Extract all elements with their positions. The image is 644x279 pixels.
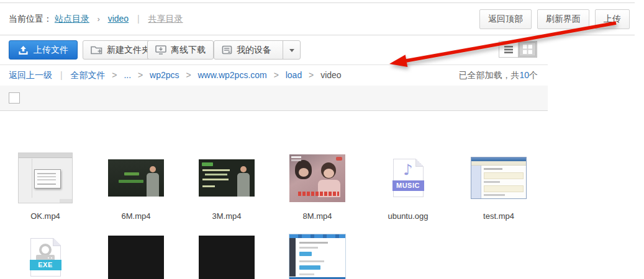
video-thumbnail[interactable] [471, 157, 527, 199]
list-view-icon [504, 46, 513, 53]
file-thumbnail-area: ♪MUSIC [363, 150, 453, 206]
current-folder-link[interactable]: video [108, 14, 129, 24]
upload-file-button[interactable]: 上传文件 [9, 40, 78, 60]
music-note-icon: ♪ [394, 161, 423, 179]
breadcrumb-wp2pcs-link[interactable]: wp2pcs [150, 70, 179, 80]
file-thumbnail-area [91, 150, 181, 206]
file-item[interactable]: test.mp4 [453, 150, 544, 221]
select-all-bar [0, 86, 548, 111]
toolbar: 上传文件 新建文件夹 离线下载 我的设备 [0, 35, 548, 65]
file-item[interactable]: test.wmv [272, 229, 363, 279]
location-divider: | [137, 14, 140, 24]
file-thumbnail-area [453, 150, 544, 206]
upload-icon [18, 45, 29, 55]
load-status: 已全部加载，共10个 [458, 65, 538, 86]
location-header: 当前位置： 站点目录 › video | 共享目录 返回顶部 刷新界面 上传 [0, 2, 635, 35]
file-name: 3M.mp4 [212, 211, 242, 221]
file-name: 6M.mp4 [122, 211, 151, 221]
offline-download-label: 离线下载 [171, 45, 206, 56]
breadcrumb-divider: | [60, 70, 63, 80]
load-status-prefix: 已全部加载，共 [458, 70, 519, 80]
upload-file-label: 上传文件 [34, 45, 68, 56]
file-item[interactable]: intro.avi [91, 229, 181, 279]
current-location: 当前位置： 站点目录 › video | 共享目录 [9, 14, 183, 25]
my-devices-icon [222, 45, 232, 55]
back-to-top-button[interactable]: 返回顶部 [479, 9, 532, 29]
video-thumbnail[interactable] [199, 236, 255, 279]
file-grid-row-2: EXE wp2pcs-intro.exe intro.avi ok.avi te… [0, 229, 548, 279]
site-directory-link[interactable]: 站点目录 [55, 14, 89, 24]
offline-download-icon [155, 45, 166, 55]
file-count: 10 [519, 70, 529, 80]
chevron-down-icon [289, 49, 294, 55]
breadcrumb-separator: > [138, 70, 143, 80]
breadcrumb-separator: > [309, 70, 314, 80]
breadcrumb-separator: > [274, 70, 279, 80]
shared-directory-link[interactable]: 共享目录 [148, 14, 183, 24]
video-thumbnail[interactable] [289, 234, 346, 279]
location-label: 当前位置： [9, 14, 52, 24]
file-thumbnail-area [181, 229, 272, 279]
view-toggle [499, 41, 537, 58]
file-thumbnail-area [272, 150, 363, 206]
load-status-suffix: 个 [529, 70, 538, 80]
breadcrumb-load-link[interactable]: load [286, 70, 302, 80]
file-item[interactable]: EXE wp2pcs-intro.exe [0, 229, 91, 279]
file-name: ubuntu.ogg [388, 211, 428, 221]
file-thumbnail-area: EXE [0, 229, 91, 279]
file-grid-row-1: OK.mp4 6M.mp4 3M.mp4 8M.mp4 ♪MUSIC ubunt… [0, 150, 548, 221]
video-thumbnail[interactable] [199, 159, 255, 197]
offline-download-button[interactable]: 离线下载 [147, 40, 214, 60]
location-separator: › [98, 15, 100, 24]
file-name: test.mp4 [483, 211, 514, 221]
breadcrumb-ellipsis-link[interactable]: ... [124, 70, 131, 80]
breadcrumb: 返回上一级 | 全部文件 > ... > wp2pcs > www.wp2pcs… [0, 65, 548, 86]
header-buttons: 返回顶部 刷新界面 上传 [479, 9, 630, 29]
file-thumbnail-area [272, 229, 363, 279]
breadcrumb-separator: > [112, 70, 117, 80]
my-devices-button[interactable]: 我的设备 [214, 40, 301, 60]
file-item[interactable]: 3M.mp4 [181, 150, 272, 221]
file-manager-panel: 上传文件 新建文件夹 离线下载 我的设备 [0, 35, 548, 111]
all-files-link[interactable]: 全部文件 [70, 70, 105, 80]
list-view-button[interactable] [499, 41, 518, 58]
back-up-level-link[interactable]: 返回上一级 [9, 70, 52, 80]
refresh-button[interactable]: 刷新界面 [537, 9, 589, 29]
my-devices-dropdown[interactable] [283, 41, 300, 59]
my-devices-label: 我的设备 [237, 45, 271, 56]
video-thumbnail[interactable] [289, 154, 345, 202]
video-thumbnail[interactable] [108, 159, 164, 197]
video-thumbnail[interactable] [108, 236, 164, 279]
grid-view-icon [523, 45, 532, 54]
file-thumbnail-area [0, 150, 91, 206]
file-item[interactable]: OK.mp4 [0, 150, 91, 221]
breadcrumb-separator: > [186, 70, 191, 80]
file-item[interactable]: 6M.mp4 [91, 150, 181, 221]
new-folder-icon [91, 45, 102, 55]
file-thumbnail-area [91, 229, 181, 279]
file-item[interactable]: ♪MUSIC ubuntu.ogg [363, 150, 453, 221]
new-folder-label: 新建文件夹 [107, 45, 150, 56]
grid-view-button[interactable] [518, 41, 537, 58]
exe-file-icon[interactable]: EXE [30, 238, 61, 277]
video-thumbnail[interactable] [18, 153, 73, 203]
upload-button-small[interactable]: 上传 [595, 9, 630, 29]
select-all-checkbox[interactable] [9, 92, 20, 104]
file-type-badge: EXE [30, 260, 61, 270]
file-item[interactable]: ok.avi [181, 229, 272, 279]
file-name: OK.mp4 [30, 211, 60, 221]
file-item[interactable]: 8M.mp4 [272, 150, 363, 221]
breadcrumb-domain-link[interactable]: www.wp2pcs.com [197, 70, 266, 80]
file-type-badge: MUSIC [392, 180, 424, 191]
music-file-icon[interactable]: ♪MUSIC [393, 159, 424, 197]
file-thumbnail-area [181, 150, 272, 206]
breadcrumb-current: video [320, 70, 341, 80]
file-name: 8M.mp4 [303, 211, 332, 221]
